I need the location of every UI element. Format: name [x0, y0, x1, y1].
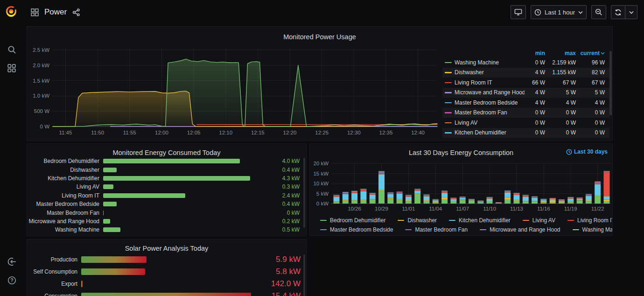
svg-text:11/22: 11/22 — [591, 206, 604, 211]
legend-table-row[interactable]: Microwave and Range Hood4 W5 W5 W — [442, 88, 609, 98]
svg-text:12:25: 12:25 — [315, 130, 329, 135]
series-name[interactable]: Washing Machine — [455, 59, 525, 66]
refresh-button[interactable] — [611, 5, 625, 19]
top-navbar: Power Last 1 hour — [23, 0, 644, 24]
legend-table-row[interactable]: Master Bedroom Fan0 W0 W0 W — [442, 108, 609, 118]
series-name[interactable]: Kitchen Dehumidifier — [455, 129, 525, 136]
series-color-dash — [573, 229, 579, 231]
svg-text:11/19: 11/19 — [564, 206, 577, 211]
solar-bar-gauge: Production5.9 kWSelf Consumption5.8 kWEx… — [27, 254, 306, 296]
panel-title[interactable]: Solar Power Analysis Today — [27, 245, 306, 252]
series-name[interactable]: Living Room IT — [455, 79, 525, 86]
bar-gauge-row: Microwave and Range Hood0.2 kW — [27, 217, 306, 226]
left-sidebar: ? — [0, 0, 23, 296]
series-max-value: 0 W — [545, 120, 576, 126]
refresh-interval-dropdown[interactable] — [625, 5, 637, 19]
series-min-value: 0 W — [525, 59, 545, 66]
bar — [103, 227, 120, 232]
legend-table-row[interactable]: Living AV0 W0 W0 W — [442, 118, 609, 128]
bar-track — [81, 278, 268, 290]
search-icon[interactable] — [5, 43, 18, 56]
legend-table-row[interactable]: Dishwasher4 W1.155 kW82 W — [442, 68, 609, 78]
panel-scrollbar[interactable] — [303, 158, 305, 228]
legend-item[interactable]: Master Bedroom Fan — [405, 226, 468, 233]
series-name[interactable]: Master Bedroom Fan — [455, 109, 525, 116]
legend-item[interactable]: Microwave and Range Hood — [480, 226, 560, 233]
series-name: Kitchen Dehumidifier — [459, 217, 511, 224]
chevron-down-icon — [629, 11, 634, 14]
dashboards-grid-icon[interactable] — [5, 62, 18, 75]
series-color-dash — [445, 82, 452, 84]
bar — [103, 219, 110, 224]
legend-item[interactable]: Living Room IT — [567, 217, 613, 224]
series-max-value: 0 W — [545, 109, 576, 116]
legend-table-row[interactable]: Washing Machine0 W2.159 kW96 W — [442, 57, 609, 68]
series-current-value: 0 W — [576, 109, 605, 116]
legend-item[interactable]: Washing Machine — [573, 226, 613, 233]
bar — [103, 211, 104, 215]
bar-label: Consumption — [27, 293, 77, 296]
time-range-picker[interactable]: Last 1 hour — [531, 5, 587, 19]
legend-table-header: min max current — [442, 49, 609, 57]
panel-energy-consumed-today: Monitored Energy Consumed Today Bedroom … — [27, 143, 307, 236]
svg-text:12:40: 12:40 — [411, 130, 425, 135]
panel-title[interactable]: Monitored Energy Consumed Today — [27, 149, 306, 156]
svg-text:10 kW: 10 kW — [313, 181, 329, 186]
series-name[interactable]: Master Bedroom Bedside — [455, 99, 525, 106]
svg-text:12:10: 12:10 — [219, 130, 232, 135]
legend-table-row[interactable]: Kitchen Dehumidifier0 W0 W0 W — [442, 128, 609, 138]
refresh-icon — [615, 9, 622, 16]
bar — [103, 193, 185, 198]
legend-header-min[interactable]: min — [525, 50, 545, 56]
legend-scrollbar[interactable] — [609, 51, 612, 115]
series-min-value: 4 W — [525, 69, 545, 76]
bar-label: Microwave and Range Hood — [27, 218, 99, 225]
legend-item[interactable]: Dishwasher — [398, 217, 437, 224]
series-color-dash — [445, 112, 452, 113]
bar-gauge-row: Self Consumption5.8 kW — [27, 266, 306, 278]
legend-table-row[interactable]: Living Room IT66 W67 W67 W — [442, 78, 609, 88]
page-title[interactable]: Power — [44, 7, 67, 17]
series-name: Dishwasher — [407, 217, 437, 224]
legend-item[interactable]: Living AV — [523, 217, 555, 224]
panel-scrollbar[interactable] — [303, 254, 305, 296]
series-name[interactable]: Living AV — [455, 120, 525, 126]
bar-track — [103, 200, 257, 208]
grafana-logo[interactable] — [5, 5, 18, 18]
legend-table-row[interactable]: Master Bedroom Bedside4 W4 W4 W — [442, 98, 609, 108]
bar-value: 4.0 kW — [257, 158, 306, 164]
help-icon[interactable]: ? — [5, 274, 18, 287]
series-name[interactable]: Dishwasher — [455, 69, 525, 76]
dashboard-squares-icon[interactable] — [31, 8, 39, 16]
legend-header-max[interactable]: max — [545, 50, 576, 56]
panel-title[interactable]: Monitored Power Usage — [27, 33, 612, 41]
bar-label: Production — [27, 256, 77, 263]
bar-track — [81, 266, 268, 278]
svg-text:5 kW: 5 kW — [316, 191, 329, 197]
series-name: Bedroom Dehumidifier — [330, 217, 385, 224]
share-icon[interactable] — [72, 8, 80, 16]
svg-text:500 W: 500 W — [34, 108, 49, 114]
series-max-value: 67 W — [545, 79, 576, 86]
series-current-value: 82 W — [576, 69, 605, 76]
bar-track — [103, 183, 257, 191]
zoom-out-button[interactable] — [591, 5, 606, 19]
bar-label: Master Bedroom Bedside — [27, 201, 99, 207]
legend-header-current[interactable]: current — [576, 50, 605, 56]
bar-track — [103, 217, 257, 226]
sign-in-icon[interactable] — [5, 255, 18, 268]
bar-track — [81, 254, 268, 266]
series-name[interactable]: Microwave and Range Hood — [455, 89, 525, 96]
bar-value: 15.4 kW — [268, 291, 306, 296]
legend-item[interactable]: Master Bedroom Bedside — [320, 226, 393, 233]
bar — [103, 202, 117, 206]
legend-item[interactable]: Bedroom Dehumidifier — [320, 217, 385, 224]
series-current-value: 4 W — [576, 99, 605, 106]
last-30-days-time-link[interactable]: Last 30 days — [566, 148, 608, 155]
bar-value: 0.4 kW — [257, 201, 306, 207]
bar-value: 0.2 kW — [257, 218, 306, 225]
bar-gauge-row: Kitchen Dehumidifier4.3 kW — [27, 174, 306, 183]
tv-mode-button[interactable] — [511, 5, 526, 19]
legend-item[interactable]: Kitchen Dehumidifier — [449, 217, 511, 224]
series-max-value: 1.155 kW — [545, 69, 576, 76]
